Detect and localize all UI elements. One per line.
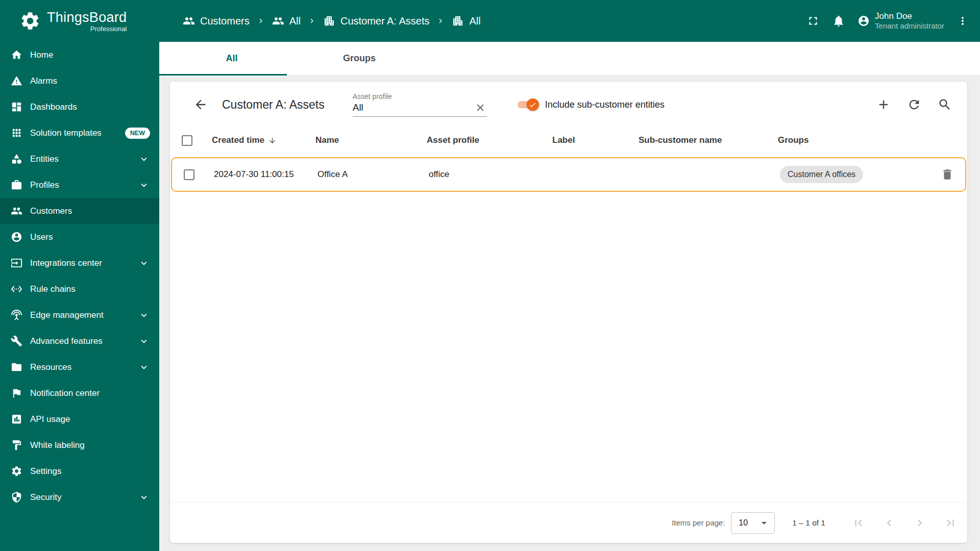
pager-controls	[852, 516, 957, 530]
more-vert-icon[interactable]	[957, 15, 969, 27]
table-row[interactable]: 2024-07-30 11:00:15 Office A office Cust…	[171, 157, 966, 192]
previous-page-icon[interactable]	[883, 516, 896, 530]
include-sub-customers-toggle[interactable]	[517, 98, 538, 111]
group-chip[interactable]: Customer A offices	[780, 166, 863, 183]
user-icon	[10, 231, 22, 243]
sidebar-item-notification-center[interactable]: Notification center	[0, 380, 159, 406]
dropdown-arrow-icon	[758, 517, 770, 529]
chevron-down-icon	[138, 310, 150, 321]
column-sub-customer-name[interactable]: Sub-customer name	[630, 135, 770, 145]
sidebar-item-profiles[interactable]: Profiles	[0, 172, 159, 198]
apartment-icon	[323, 15, 335, 27]
table-empty-space	[170, 192, 967, 502]
home-icon	[10, 49, 22, 61]
chevron-down-icon	[138, 492, 150, 503]
asset-profile-filter[interactable]: Asset profile All	[353, 92, 487, 117]
dashboards-icon	[10, 101, 22, 113]
notifications-bell-icon[interactable]	[832, 14, 845, 28]
column-groups[interactable]: Groups	[770, 135, 932, 145]
add-icon[interactable]	[876, 97, 891, 112]
page-range-label: 1 – 1 of 1	[792, 518, 825, 528]
flag-icon	[10, 387, 22, 399]
chevron-down-icon	[138, 154, 150, 165]
column-asset-profile[interactable]: Asset profile	[419, 135, 544, 145]
brand-name: ThingsBoard	[47, 10, 127, 26]
user-name: John Doe	[875, 11, 944, 21]
brand-subtitle: Professional	[90, 25, 127, 33]
sidebar-item-api-usage[interactable]: API usage	[0, 406, 159, 432]
new-badge: NEW	[125, 128, 150, 139]
sidebar-item-customers[interactable]: Customers	[0, 198, 159, 224]
sidebar-item-solution-templates[interactable]: Solution templates NEW	[0, 120, 159, 146]
breadcrumb-all-assets[interactable]: All	[452, 15, 480, 27]
column-name[interactable]: Name	[307, 135, 419, 145]
chevron-down-icon	[138, 336, 150, 347]
people-icon	[183, 15, 195, 27]
clear-filter-icon[interactable]	[475, 102, 486, 113]
breadcrumb-separator-icon	[436, 16, 445, 26]
fullscreen-icon[interactable]	[806, 14, 820, 28]
sidebar-item-security[interactable]: Security	[0, 484, 159, 510]
delete-icon[interactable]	[941, 168, 954, 181]
search-icon[interactable]	[938, 97, 952, 112]
content-area: Customer A: Assets Asset profile All	[159, 76, 980, 551]
column-label[interactable]: Label	[544, 135, 630, 145]
column-created-time[interactable]: Created time	[204, 135, 307, 145]
items-per-page-label: Items per page:	[672, 518, 725, 527]
breadcrumb-customer-a-assets[interactable]: Customer A: Assets	[323, 15, 430, 27]
tab-groups[interactable]: Groups	[287, 42, 414, 75]
edge-management-icon	[10, 309, 22, 321]
sidebar-item-dashboards[interactable]: Dashboards	[0, 94, 159, 120]
items-per-page-select[interactable]: 10	[731, 512, 775, 534]
sidebar-item-users[interactable]: Users	[0, 224, 159, 250]
table-header-row: Created time Name Asset profile Label Su…	[170, 123, 967, 157]
sidebar-item-alarms[interactable]: Alarms	[0, 68, 159, 94]
back-button[interactable]	[193, 97, 208, 112]
gear-icon	[10, 465, 22, 477]
folder-icon	[10, 361, 22, 373]
entity-tabs: All Groups	[159, 42, 980, 76]
topbar: Customers All Customer A: Assets All	[159, 0, 980, 42]
sidebar-item-advanced-features[interactable]: Advanced features	[0, 328, 159, 354]
sort-desc-icon	[268, 136, 277, 145]
apartment-icon	[208, 53, 220, 64]
sidebar-item-integrations-center[interactable]: Integrations center	[0, 250, 159, 276]
breadcrumb-separator-icon	[256, 16, 265, 26]
profiles-icon	[10, 179, 22, 191]
row-name: Office A	[309, 169, 421, 180]
warning-icon	[10, 75, 22, 87]
advanced-features-icon	[10, 335, 22, 347]
tab-all[interactable]: All	[159, 42, 287, 75]
sidebar-item-rule-chains[interactable]: Rule chains	[0, 276, 159, 302]
asset-profile-filter-value: All	[353, 102, 363, 113]
sidebar-item-white-labeling[interactable]: White labeling	[0, 432, 159, 458]
thingsboard-logo-icon	[19, 10, 41, 32]
breadcrumb-all-customers[interactable]: All	[272, 15, 301, 27]
include-sub-customers-group: Include sub-customer entities	[517, 98, 665, 111]
assets-card: Customer A: Assets Asset profile All	[170, 82, 967, 543]
user-menu[interactable]: John Doe Tenant administrator	[857, 10, 944, 32]
entities-icon	[10, 153, 22, 165]
paginator: Items per page: 10 1 – 1 of 1	[170, 502, 967, 543]
breadcrumb-customers[interactable]: Customers	[183, 15, 250, 27]
main-area: Customers All Customer A: Assets All	[159, 0, 980, 551]
chart-icon	[10, 413, 22, 425]
card-toolbar: Customer A: Assets Asset profile All	[170, 82, 967, 123]
sidebar-item-resources[interactable]: Resources	[0, 354, 159, 380]
row-checkbox[interactable]	[184, 169, 194, 180]
first-page-icon[interactable]	[852, 516, 865, 530]
refresh-icon[interactable]	[907, 97, 921, 112]
sidebar-nav: Home Alarms Dashboards Solution template…	[0, 42, 159, 510]
sidebar-item-entities[interactable]: Entities	[0, 146, 159, 172]
chevron-down-icon	[138, 258, 150, 269]
select-all-checkbox[interactable]	[182, 135, 192, 146]
sidebar-item-home[interactable]: Home	[0, 42, 159, 68]
sidebar-item-edge-management[interactable]: Edge management	[0, 302, 159, 328]
include-sub-customers-label: Include sub-customer entities	[545, 99, 665, 110]
last-page-icon[interactable]	[944, 516, 957, 530]
sidebar-item-settings[interactable]: Settings	[0, 458, 159, 484]
sidebar: ThingsBoard Professional Home Alarms Das…	[0, 0, 159, 551]
next-page-icon[interactable]	[913, 516, 926, 530]
paint-icon	[10, 439, 22, 451]
brand-logo[interactable]: ThingsBoard Professional	[0, 0, 159, 42]
